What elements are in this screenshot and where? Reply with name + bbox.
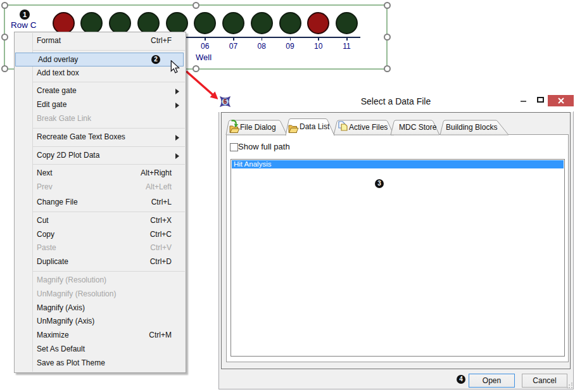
svg-text:Active Files: Active Files (349, 123, 388, 132)
svg-text:MDC Store: MDC Store (399, 123, 437, 132)
svg-text:Data List: Data List (300, 122, 330, 131)
svg-text:6: 6 (224, 98, 227, 105)
svg-text:File Dialog: File Dialog (240, 123, 276, 132)
svg-text:Building Blocks: Building Blocks (446, 123, 497, 132)
